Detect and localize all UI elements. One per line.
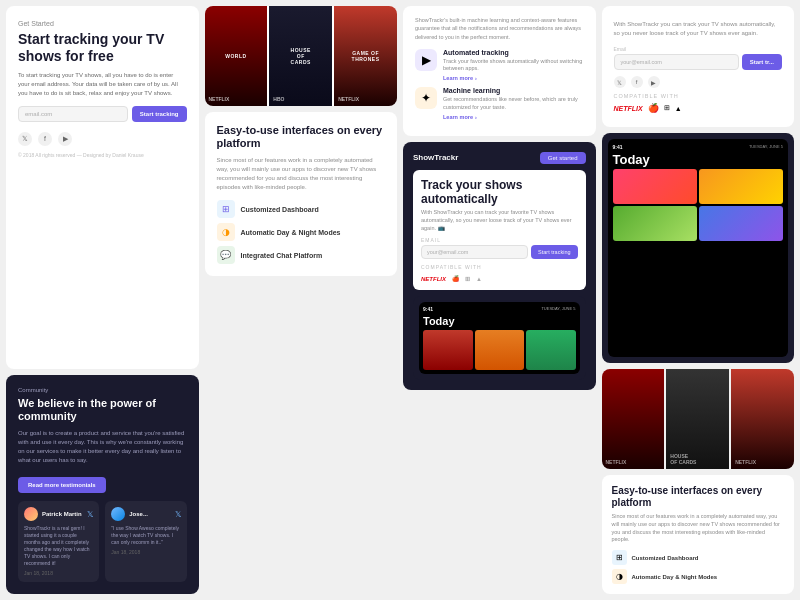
show-title-2: HOUSEOFCARDS: [291, 47, 311, 65]
phone-col-screen: 9:41 TUESDAY, JUNE 5 Today: [608, 139, 789, 357]
feature-list: ⊞ Customized Dashboard ◑ Automatic Day &…: [217, 200, 386, 264]
mobile-section: ShowTrackr Get started Track your shows …: [403, 142, 596, 391]
fr-nightmode-label: Automatic Day & Night Modes: [632, 574, 718, 580]
feature-dashboard: ⊞ Customized Dashboard: [217, 200, 386, 218]
mobile-hero-title: Track your shows automatically: [421, 178, 578, 207]
right-twitter-icon[interactable]: 𝕏: [614, 76, 626, 88]
twitter-icon[interactable]: 𝕏: [18, 132, 32, 146]
column-1: Get Started Start tracking your TV shows…: [6, 6, 199, 594]
testimonial-1: Patrick Martin 𝕏 ShowTrackr is a real ge…: [18, 501, 99, 582]
fr-dashboard-label: Customized Dashboard: [632, 555, 699, 561]
right-email-row: your@email.com Start tr...: [614, 54, 783, 70]
testimonial-name-1: Patrick Martin: [42, 511, 82, 517]
mobile-hero-desc: With ShowTrackr you can track your favor…: [421, 209, 578, 232]
right-facebook-icon[interactable]: f: [631, 76, 643, 88]
phone-thumb-3: [613, 206, 697, 241]
right-social-icons: 𝕏 f ▶: [614, 76, 783, 88]
mobile-email-label: Email: [421, 237, 578, 243]
mobile-email-row: your@email.com Start tracking: [421, 245, 578, 259]
feature-label-dashboard: Customized Dashboard: [241, 206, 319, 213]
platforms-right-title: Easy-to-use interfaces on every platform: [612, 485, 785, 509]
email-cta-row: email.com Start tracking: [18, 106, 187, 122]
youtube-icon[interactable]: ▶: [58, 132, 72, 146]
feature-label-nightmode: Automatic Day & Night Modes: [241, 229, 341, 236]
chat-icon: 💬: [217, 246, 235, 264]
mobile-header: ShowTrackr Get started: [413, 152, 586, 164]
phone-mockup: 9:41 TUESDAY, JUNE 5 Today: [413, 296, 586, 380]
community-desc: Our goal is to create a product and serv…: [18, 429, 187, 465]
phone-date: TUESDAY, JUNE 5: [541, 306, 575, 312]
mobile-get-started-button[interactable]: Get started: [540, 152, 586, 164]
testimonial-date-1: Jan 18, 2018: [24, 570, 93, 576]
show-title-1: WORLD: [225, 53, 246, 59]
nightmode-icon: ◑: [217, 223, 235, 241]
show-item-2: HOUSEOFCARDS HBO: [269, 6, 332, 106]
fr-dashboard: ⊞ Customized Dashboard: [612, 550, 785, 565]
twitter-icon-2: 𝕏: [175, 510, 181, 519]
phone-thumb-2: [699, 169, 783, 204]
mobile-cta-button[interactable]: Start tracking: [531, 245, 577, 259]
phone-show-1: [423, 330, 473, 370]
platforms-right-section: Easy-to-use interfaces on every platform…: [602, 475, 795, 594]
platforms-desc: Since most of our features work in a com…: [217, 156, 386, 192]
email-label: Email: [614, 46, 783, 52]
ml-desc: Get recommendations like never before, w…: [443, 96, 584, 111]
automated-title: Automated tracking: [443, 49, 584, 56]
platforms-right-desc: Since most of our features work in a com…: [612, 513, 785, 544]
col4-phone-today: Today: [613, 152, 784, 167]
avatar-2: [111, 507, 125, 521]
apple-logo: 🍎: [452, 275, 459, 282]
automated-icon: ▶: [415, 49, 437, 71]
netflix-logo: NETFLIX: [421, 276, 446, 282]
feature-label-chat: Integrated Chat Platform: [241, 252, 323, 259]
show-item-1: WORLD NETFLIX: [205, 6, 268, 106]
facebook-icon[interactable]: f: [38, 132, 52, 146]
sr-label-3: NETFLIX: [735, 459, 756, 465]
email-input[interactable]: email.com: [18, 106, 128, 122]
testimonials-button[interactable]: Read more testimonials: [18, 477, 106, 493]
compat-label: COMPATIBLE WITH: [614, 93, 783, 99]
features-intro: ShowTrackr's built-in machine learning a…: [415, 16, 584, 41]
hero-desc: To start tracking your TV shows, all you…: [18, 71, 187, 98]
compat-synology: ▲: [675, 105, 682, 112]
social-icons-row: 𝕏 f ▶: [18, 132, 187, 146]
right-cta-button[interactable]: Start tr...: [742, 54, 782, 70]
learn-more-automated[interactable]: Learn more ›: [443, 75, 584, 81]
footer-text: © 2018 All rights reserved — Designed by…: [18, 152, 187, 158]
col4-phone-date: TUESDAY, JUNE 5: [749, 144, 783, 150]
column-3: ShowTrackr's built-in machine learning a…: [403, 6, 596, 594]
learn-more-ml[interactable]: Learn more ›: [443, 114, 584, 120]
testimonial-text-1: ShowTrackr is a real gem! I started usin…: [24, 525, 93, 567]
show-item-3: GAME OFTHRONES NETFLIX: [334, 6, 397, 106]
ml-title: Machine learning: [443, 87, 584, 94]
fr-dashboard-icon: ⊞: [612, 550, 627, 565]
testimonial-name-2: Jose...: [129, 511, 148, 517]
platforms-section: Easy-to-use interfaces on every platform…: [205, 112, 398, 276]
compat-windows: ⊞: [664, 104, 670, 112]
community-title: We believe in the power of community: [18, 397, 187, 423]
synology-logo: ▲: [476, 276, 482, 282]
shows-grid: WORLD NETFLIX HOUSEOFCARDS HBO GAME OFTH…: [205, 6, 398, 106]
community-section: Community We believe in the power of com…: [6, 375, 199, 594]
sr-show-1: NETFLIX: [602, 369, 665, 469]
partner-logos: NETFLIX 🍎 ⊞ ▲: [421, 275, 578, 282]
mobile-email-input[interactable]: your@email.com: [421, 245, 528, 259]
feature-ml: ✦ Machine learning Get recommendations l…: [415, 87, 584, 119]
sr-label-2: HOUSEOF CARDS: [670, 453, 696, 465]
twitter-icon-1: 𝕏: [87, 510, 93, 519]
shows-right: NETFLIX HOUSEOF CARDS NETFLIX: [602, 369, 795, 469]
col4-phone-grid: [613, 169, 784, 241]
start-tracking-button[interactable]: Start tracking: [132, 106, 187, 122]
right-email-input[interactable]: your@email.com: [614, 54, 739, 70]
compat-logos: NETFLIX 🍎 ⊞ ▲: [614, 103, 783, 113]
feature-nightmode: ◑ Automatic Day & Night Modes: [217, 223, 386, 241]
testimonials-strip: Patrick Martin 𝕏 ShowTrackr is a real ge…: [18, 501, 187, 582]
sr-show-2: HOUSEOF CARDS: [666, 369, 729, 469]
testimonial-date-2: Jan 18, 2018: [111, 549, 180, 555]
hero-right-desc: With ShowTrackr you can track your TV sh…: [614, 20, 783, 38]
hero-section: Get Started Start tracking your TV shows…: [6, 6, 199, 369]
sr-show-3: NETFLIX: [731, 369, 794, 469]
right-youtube-icon[interactable]: ▶: [648, 76, 660, 88]
testimonial-2: Jose... 𝕏 "I use Show Aweso completely t…: [105, 501, 186, 582]
phone-time: 9:41: [423, 306, 433, 312]
